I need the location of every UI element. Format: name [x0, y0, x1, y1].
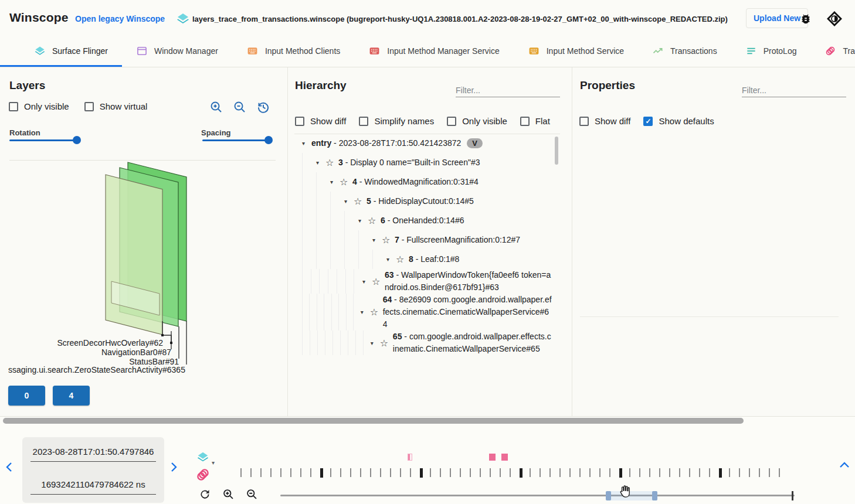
- date-time-field[interactable]: 2023-08-28T17:01:50.4797846: [30, 447, 156, 462]
- pin-star-icon[interactable]: ☆: [396, 254, 409, 265]
- pin-star-icon[interactable]: ☆: [368, 215, 381, 226]
- tab-transitions[interactable]: Transitions: [810, 36, 855, 67]
- tab-input-method-clients[interactable]: Input Method Clients: [232, 36, 354, 67]
- layer-label[interactable]: ScreenDecorHwcOverlay#62: [0, 339, 163, 347]
- ruler-tick: [430, 468, 431, 477]
- collapse-arrow-icon[interactable]: ▾: [344, 198, 354, 205]
- previous-entry-chevron-icon[interactable]: [5, 461, 14, 475]
- checkbox-show-diff[interactable]: Show diff: [579, 116, 630, 126]
- ruler-tick: [460, 468, 461, 477]
- checkbox-show-virtual[interactable]: Show virtual: [84, 101, 148, 111]
- transition-marker[interactable]: [408, 454, 412, 461]
- indent-guide: [330, 250, 344, 269]
- collapse-arrow-icon[interactable]: ▾: [362, 278, 372, 285]
- bug-report-icon[interactable]: [799, 12, 812, 28]
- properties-filter-input[interactable]: [742, 84, 846, 97]
- indent-guide: [302, 269, 311, 294]
- checkbox-only-visible[interactable]: Only visible: [447, 116, 507, 126]
- layer-label[interactable]: StatusBar#91: [0, 357, 179, 366]
- pin-star-icon[interactable]: ☆: [325, 157, 338, 168]
- surface-flinger-trace-icon[interactable]: [196, 451, 209, 466]
- tree-row[interactable]: ▾☆6 - OneHanded:0:14#6: [287, 211, 561, 230]
- tree-row[interactable]: ▾☆3 - Display 0 name="Built-in Screen"#3: [287, 153, 561, 172]
- spacing-slider[interactable]: [202, 136, 273, 144]
- collapse-arrow-icon[interactable]: ▾: [316, 159, 325, 166]
- timeline-ruler[interactable]: [240, 468, 795, 478]
- pin-star-icon[interactable]: ☆: [380, 338, 393, 349]
- checkbox-label: Flat: [535, 116, 550, 126]
- tree-row[interactable]: ▾entry - 2023-08-28T17:01:50.421423872V: [287, 134, 561, 153]
- pin-star-icon[interactable]: ☆: [354, 196, 367, 207]
- pin-star-icon[interactable]: ☆: [370, 307, 383, 318]
- layer-label[interactable]: NavigationBar0#87: [0, 348, 171, 356]
- transition-marker[interactable]: [501, 454, 508, 461]
- ruler-tick: [599, 468, 600, 477]
- indent-guide: [345, 269, 354, 294]
- transition-marker[interactable]: [489, 454, 496, 461]
- collapse-arrow-icon[interactable]: ▾: [372, 237, 382, 243]
- collapse-arrow-icon[interactable]: ▾: [358, 217, 368, 224]
- next-entry-chevron-icon[interactable]: [169, 461, 178, 475]
- indent-guide: [340, 331, 348, 355]
- tab-transactions[interactable]: Transactions: [638, 36, 731, 67]
- collapse-arrow-icon[interactable]: ▾: [386, 256, 396, 263]
- timeline-zoom-out-icon[interactable]: [246, 488, 258, 503]
- tree-row[interactable]: ▾☆5 - HideDisplayCutout:0:14#5: [287, 192, 561, 211]
- ruler-tick: [739, 468, 740, 477]
- trace-selector-caret-icon[interactable]: ▾: [212, 459, 215, 466]
- layers-nav-button-0[interactable]: 0: [8, 386, 45, 406]
- tree-row[interactable]: ▾☆65 - com.google.android.wallpaper.effe…: [287, 331, 561, 355]
- tab-window-manager[interactable]: Window Manager: [122, 36, 232, 67]
- checkbox-flat[interactable]: Flat: [520, 116, 550, 126]
- selection-handle-right[interactable]: [652, 491, 657, 500]
- tab-label: Input Method Service: [547, 46, 624, 56]
- timeline-slider-track[interactable]: [280, 495, 795, 496]
- open-legacy-link[interactable]: Open legacy Winscope: [75, 14, 165, 23]
- collapse-arrow-icon[interactable]: ▾: [302, 140, 311, 147]
- tab-surface-flinger[interactable]: Surface Flinger: [0, 36, 122, 67]
- pin-star-icon[interactable]: ☆: [340, 176, 352, 188]
- timeline-zoom-in-icon[interactable]: [222, 488, 235, 503]
- dark-mode-toggle-icon[interactable]: [827, 11, 842, 29]
- ns-time-field[interactable]: 1693242110479784622 ns: [30, 479, 156, 495]
- checkbox-show-defaults[interactable]: ✓Show defaults: [643, 116, 714, 126]
- tab-input-method-manager-service[interactable]: Input Method Manager Service: [354, 36, 513, 67]
- hierarchy-scrollbar[interactable]: [555, 137, 558, 165]
- checkbox-only-visible[interactable]: Only visible: [9, 101, 69, 111]
- reset-view-icon[interactable]: [256, 100, 270, 117]
- tree-row[interactable]: ▾☆4 - WindowedMagnification:0:31#4: [287, 172, 561, 192]
- tree-row[interactable]: ▾☆63 - WallpaperWindowToken{fa0eef6 toke…: [287, 269, 561, 294]
- transitions-trace-icon[interactable]: [195, 467, 211, 485]
- refresh-icon[interactable]: [199, 488, 211, 503]
- zoom-in-icon[interactable]: [209, 100, 223, 117]
- tab-input-method-service[interactable]: Input Method Service: [514, 36, 638, 67]
- checkbox-show-diff[interactable]: Show diff: [295, 116, 346, 126]
- ruler-tick: [779, 468, 780, 477]
- pin-star-icon[interactable]: ☆: [372, 276, 385, 287]
- tree-row[interactable]: ▾☆64 - 8e26909 com.google.android.wallpa…: [287, 294, 561, 331]
- collapse-arrow-icon[interactable]: ▾: [330, 179, 340, 185]
- selection-handle-left[interactable]: [606, 491, 611, 500]
- rotation-slider[interactable]: [9, 136, 81, 144]
- indent-guide: [324, 294, 331, 331]
- tab-protolog[interactable]: ProtoLog: [731, 36, 811, 67]
- keyboard-orange-icon: [246, 45, 259, 57]
- keyboard-amber-icon: [528, 45, 540, 57]
- indent-guide: [316, 230, 330, 250]
- hierarchy-filter-input[interactable]: [456, 84, 560, 97]
- collapse-arrow-icon[interactable]: ▾: [361, 309, 370, 315]
- indent-guide: [316, 250, 330, 269]
- zoom-out-icon[interactable]: [233, 100, 247, 117]
- layers-nav-button-4[interactable]: 4: [53, 386, 90, 406]
- main-content: Layers Only visibleShow virtual Rotation…: [0, 67, 855, 416]
- layer-label[interactable]: ssaging.ui.search.ZeroStateSearchActivit…: [8, 366, 185, 374]
- checkbox-simplify-names[interactable]: Simplify names: [359, 116, 434, 126]
- pin-star-icon[interactable]: ☆: [382, 234, 395, 246]
- collapse-arrow-icon[interactable]: ▾: [371, 340, 380, 346]
- ruler-tick: [699, 468, 700, 477]
- expand-timeline-chevron-icon[interactable]: [839, 461, 850, 472]
- tree-row[interactable]: ▾☆7 - FullscreenMagnification:0:12#7: [287, 230, 561, 250]
- tree-row[interactable]: ▾☆8 - Leaf:0:1#8: [287, 250, 561, 269]
- horizontal-scrollbar[interactable]: [3, 418, 744, 424]
- layers-trace-icon: [176, 12, 190, 28]
